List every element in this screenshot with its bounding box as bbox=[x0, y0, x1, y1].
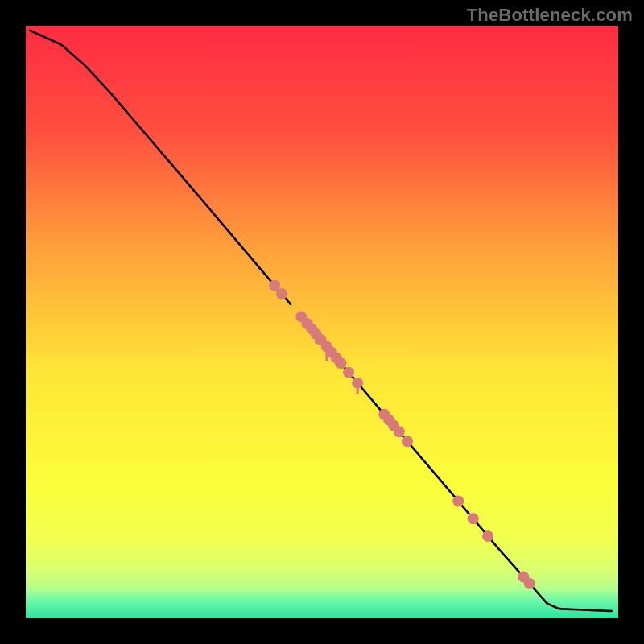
data-marker bbox=[378, 409, 390, 420]
data-marker bbox=[302, 318, 313, 329]
data-marker bbox=[482, 530, 493, 542]
data-marker bbox=[468, 513, 479, 524]
data-marker bbox=[388, 419, 399, 431]
curve-line bbox=[30, 31, 291, 304]
data-marker bbox=[518, 571, 529, 582]
plot-area bbox=[26, 26, 618, 618]
drip-bar bbox=[325, 347, 328, 361]
data-marker bbox=[295, 311, 307, 322]
watermark-label: TheBottleneck.com bbox=[467, 5, 633, 26]
data-marker bbox=[343, 367, 354, 378]
data-marker bbox=[276, 288, 287, 299]
data-marker bbox=[383, 415, 394, 426]
data-marker bbox=[321, 341, 332, 353]
curve-line bbox=[303, 320, 612, 611]
data-marker bbox=[352, 378, 363, 389]
data-marker bbox=[331, 352, 342, 363]
data-marker bbox=[306, 324, 317, 335]
data-marker bbox=[326, 346, 337, 357]
data-marker bbox=[316, 334, 327, 345]
chart-stage: TheBottleneck.com bbox=[0, 0, 644, 644]
data-marker bbox=[311, 328, 322, 340]
drip-bar bbox=[357, 383, 359, 394]
drip-bar bbox=[315, 334, 317, 344]
data-marker bbox=[402, 436, 413, 447]
data-marker bbox=[394, 426, 405, 437]
data-marker bbox=[269, 280, 280, 291]
chart-svg bbox=[26, 26, 618, 618]
data-marker bbox=[336, 357, 347, 369]
drip-bar bbox=[335, 357, 337, 365]
data-marker bbox=[452, 496, 464, 507]
data-marker bbox=[524, 578, 535, 589]
